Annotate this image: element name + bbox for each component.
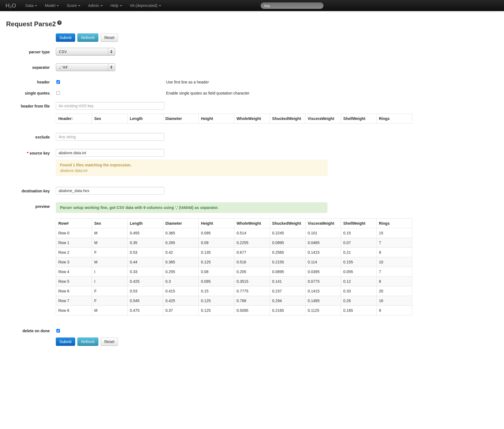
table-cell: 7 <box>377 238 412 248</box>
header-note: Use first line as a header <box>166 79 209 85</box>
table-cell: 0.514 <box>234 228 270 238</box>
page-content: Request Parse2? Submit Refresh Reset par… <box>0 20 504 429</box>
table-cell: 0.125 <box>199 296 234 306</box>
table-cell: 0.15 <box>341 228 377 238</box>
form-row-header-from-file: header from file Header:SexLengthDiamete… <box>0 102 504 124</box>
h2o-logo[interactable]: H₂O <box>6 3 16 8</box>
nav-item-va-deprecated[interactable]: VA (deprecated) <box>126 0 165 11</box>
column-header: Rings <box>377 114 412 124</box>
table-cell: 0.114 <box>305 257 341 267</box>
table-cell: 0.677 <box>234 248 270 257</box>
nav-item-admin[interactable]: Admin <box>84 0 107 11</box>
source-key-label-text: source key <box>30 151 50 155</box>
table-cell: 0.2565 <box>270 248 305 257</box>
header-from-file-input[interactable] <box>56 102 164 110</box>
column-header: ShellWeight <box>341 114 377 124</box>
table-cell: 0.21 <box>341 248 377 257</box>
table-cell: 0.1415 <box>305 248 341 257</box>
table-cell: 0.0485 <box>305 238 341 248</box>
table-cell: Row 7 <box>56 296 92 306</box>
table-cell: 0.265 <box>163 238 199 248</box>
table-cell: 0.12 <box>341 277 377 286</box>
table-cell: 0.095 <box>199 277 234 286</box>
exclude-input[interactable] <box>56 133 164 141</box>
form-row-delete-on-done: delete on done <box>0 328 504 334</box>
table-cell: F <box>92 286 128 296</box>
table-cell: F <box>92 248 128 257</box>
table-cell: 0.365 <box>163 257 199 267</box>
single-quotes-checkbox[interactable] <box>56 91 60 95</box>
reset-button[interactable]: Reset <box>101 338 118 346</box>
table-cell: 0.3 <box>163 277 199 286</box>
nav-item-model[interactable]: Model <box>41 0 63 11</box>
table-cell: 10 <box>377 257 412 267</box>
table-cell: I <box>92 277 128 286</box>
chevron-down-icon <box>78 5 80 6</box>
destination-key-input[interactable] <box>56 187 164 195</box>
table-cell: 0.165 <box>341 306 377 315</box>
match-alert-title: Found 1 files matching the expression. <box>60 162 323 168</box>
separator-label: separator <box>0 63 50 71</box>
table-cell: 0.7775 <box>234 286 270 296</box>
preview-label: preview <box>0 202 50 315</box>
table-cell: 0.2155 <box>270 257 305 267</box>
table-row: Row 6F0.530.4150.150.77750.2370.14150.33… <box>56 286 412 296</box>
table-cell: 0.294 <box>270 296 305 306</box>
table-cell: 0.2245 <box>270 228 305 238</box>
key-search-input[interactable] <box>260 2 324 9</box>
column-header: Length <box>127 114 163 124</box>
nav-item-label: Admin <box>88 3 99 8</box>
column-header: Diameter <box>163 219 199 228</box>
table-cell: 0.365 <box>163 228 199 238</box>
form-row-source-key: * source key Found 1 files matching the … <box>0 149 504 176</box>
column-header: WholeWeight <box>234 114 270 124</box>
table-cell: Row 2 <box>56 248 92 257</box>
table-cell: Row 5 <box>56 277 92 286</box>
column-header: Height <box>199 219 234 228</box>
table-cell: Row 6 <box>56 286 92 296</box>
column-header: VisceraWeight <box>305 219 341 228</box>
nav-item-help[interactable]: Help <box>107 0 126 11</box>
column-header: Row# <box>56 219 92 228</box>
delete-on-done-checkbox[interactable] <box>56 329 60 333</box>
nav-item-data[interactable]: Data <box>22 0 41 11</box>
table-cell: Row 3 <box>56 257 92 267</box>
table-row: Row 7F0.5450.4250.1250.7680.2940.14950.2… <box>56 296 412 306</box>
source-key-input[interactable] <box>56 149 164 157</box>
table-cell: 0.0895 <box>270 267 305 277</box>
table-cell: 0.53 <box>127 248 163 257</box>
parser-type-select[interactable]: CSV <box>56 48 115 56</box>
parser-status-alert: Parser setup working fine, got CSV data … <box>56 202 327 213</box>
table-header-row: Header:SexLengthDiameterHeightWholeWeigh… <box>56 114 412 124</box>
reset-button[interactable]: Reset <box>101 33 118 42</box>
select-stepper-icon <box>108 64 114 71</box>
table-cell: 0.08 <box>199 267 234 277</box>
header-checkbox[interactable] <box>56 80 60 84</box>
table-cell: 0.415 <box>163 286 199 296</box>
table-cell: 16 <box>377 296 412 306</box>
submit-button[interactable]: Submit <box>56 33 75 42</box>
table-row: Row 8M0.4750.370.1250.50950.21650.11250.… <box>56 306 412 315</box>
navbar-search <box>260 2 324 9</box>
table-cell: 0.055 <box>341 267 377 277</box>
separator-select[interactable]: ,: '44' <box>56 63 115 71</box>
nav-item-label: Data <box>25 3 34 8</box>
table-cell: 0.3515 <box>234 277 270 286</box>
refresh-button[interactable]: Refresh <box>77 338 98 346</box>
table-cell: M <box>92 228 128 238</box>
table-row: Row 2F0.530.420.1350.6770.25650.14150.21… <box>56 248 412 257</box>
chevron-down-icon <box>35 5 37 6</box>
table-cell: 0.2165 <box>270 306 305 315</box>
table-cell: 0.101 <box>305 228 341 238</box>
help-icon[interactable]: ? <box>57 20 62 25</box>
required-marker: * <box>27 151 28 155</box>
table-cell: 0.33 <box>341 286 377 296</box>
nav-item-score[interactable]: Score <box>63 0 84 11</box>
table-cell: 0.44 <box>127 257 163 267</box>
table-row: Row 0M0.4550.3650.0950.5140.22450.1010.1… <box>56 228 412 238</box>
submit-button[interactable]: Submit <box>56 338 75 346</box>
source-key-label: * source key <box>0 149 50 176</box>
header-label: header <box>0 79 50 85</box>
refresh-button[interactable]: Refresh <box>77 33 98 42</box>
column-header: ShuckedWeight <box>270 114 305 124</box>
